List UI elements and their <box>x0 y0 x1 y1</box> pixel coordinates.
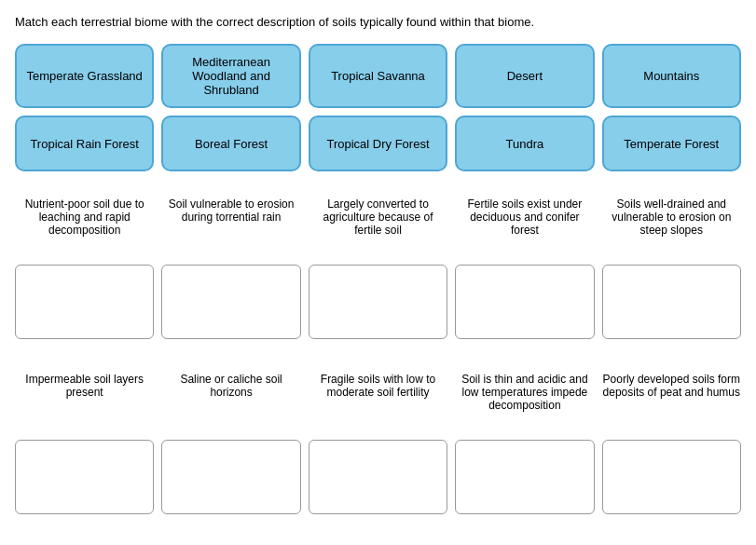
drop-label-1: Soil vulnerable to erosion during torren… <box>161 194 300 259</box>
drop-column-5: Impermeable soil layers present <box>15 369 154 514</box>
drop-box-9[interactable] <box>602 440 741 514</box>
drop-box-5[interactable] <box>15 440 154 514</box>
drop-column-7: Fragile soils with low to moderate soil … <box>309 369 447 514</box>
drop-box-6[interactable] <box>161 440 300 514</box>
biome-tile-7[interactable]: Tropical Dry Forest <box>309 116 447 171</box>
drop-column-8: Soil is thin and acidic and low temperat… <box>455 369 594 514</box>
drop-label-3: Fertile soils exist under deciduous and … <box>455 194 594 259</box>
drop-label-0: Nutrient-poor soil due to leaching and r… <box>15 194 154 259</box>
drop-label-6: Saline or caliche soil horizons <box>161 369 300 434</box>
drop-box-8[interactable] <box>455 440 594 514</box>
drop-column-4: Soils well-drained and vulnerable to ero… <box>602 194 741 339</box>
biome-grid: Temperate Grassland Mediterranean Woodla… <box>15 44 741 171</box>
drop-section-row1: Nutrient-poor soil due to leaching and r… <box>15 194 741 339</box>
drop-label-4: Soils well-drained and vulnerable to ero… <box>602 194 741 259</box>
drop-label-8: Soil is thin and acidic and low temperat… <box>455 369 594 434</box>
biome-tile-9[interactable]: Temperate Forest <box>602 116 741 171</box>
drop-label-5: Impermeable soil layers present <box>15 369 154 434</box>
biome-tile-8[interactable]: Tundra <box>455 116 594 171</box>
drop-column-1: Soil vulnerable to erosion during torren… <box>161 194 300 339</box>
instructions-text: Match each terrestrial biome with the co… <box>15 15 741 29</box>
drop-box-4[interactable] <box>602 265 741 339</box>
biome-tile-3[interactable]: Desert <box>455 44 594 108</box>
biome-tile-5[interactable]: Tropical Rain Forest <box>15 116 154 171</box>
drop-box-3[interactable] <box>455 265 594 339</box>
drop-label-9: Poorly developed soils form deposits of … <box>602 369 741 434</box>
drop-section-row2: Impermeable soil layers present Saline o… <box>15 369 741 514</box>
drop-column-6: Saline or caliche soil horizons <box>161 369 300 514</box>
biome-tile-0[interactable]: Temperate Grassland <box>15 44 154 108</box>
drop-column-9: Poorly developed soils form deposits of … <box>602 369 741 514</box>
biome-tile-4[interactable]: Mountains <box>602 44 741 108</box>
biome-tile-2[interactable]: Tropical Savanna <box>309 44 447 108</box>
drop-box-1[interactable] <box>161 265 300 339</box>
drop-column-0: Nutrient-poor soil due to leaching and r… <box>15 194 154 339</box>
drop-label-7: Fragile soils with low to moderate soil … <box>309 369 447 434</box>
biome-tile-6[interactable]: Boreal Forest <box>161 116 300 171</box>
drop-box-0[interactable] <box>15 265 154 339</box>
biome-tile-1[interactable]: Mediterranean Woodland and Shrubland <box>161 44 300 108</box>
drop-box-7[interactable] <box>309 440 447 514</box>
drop-label-2: Largely converted to agriculture because… <box>309 194 447 259</box>
drop-box-2[interactable] <box>309 265 447 339</box>
drop-column-3: Fertile soils exist under deciduous and … <box>455 194 594 339</box>
drop-column-2: Largely converted to agriculture because… <box>309 194 447 339</box>
